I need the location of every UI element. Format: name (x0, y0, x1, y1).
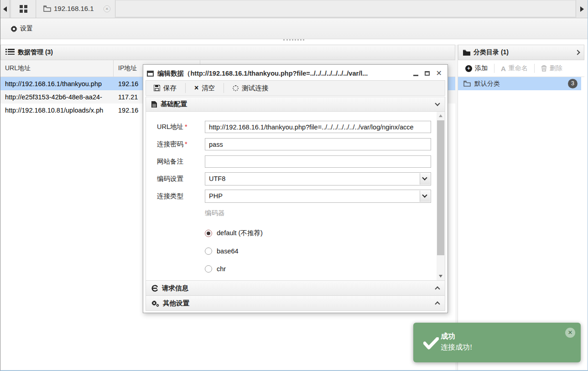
scroll-down-button[interactable] (437, 273, 445, 280)
category-item-default[interactable]: 默认分类 3 (458, 77, 581, 90)
data-manager-header: 数据管理 (3) (0, 45, 455, 60)
close-icon[interactable]: ✕ (436, 70, 442, 77)
save-label: 保存 (163, 84, 177, 93)
form-scrollbar[interactable] (437, 112, 445, 280)
select-arrow-button[interactable] (420, 173, 430, 185)
encoder-option-label: base64 (217, 247, 239, 255)
clear-button[interactable]: × 清空 (190, 82, 219, 94)
tab-bar: 192.168.16.1 ✕ (0, 0, 588, 18)
type-field-row: 连接类型 PHP (157, 190, 437, 202)
encoder-option-chr[interactable]: chr (205, 265, 437, 273)
toast-close-icon[interactable]: ✕ (565, 328, 575, 338)
encoding-select[interactable]: UTF8 (205, 172, 431, 186)
add-label: 添加 (475, 64, 488, 72)
collapse-right-icon[interactable] (575, 50, 580, 55)
required-mark: * (185, 140, 187, 148)
toolbar-separator (185, 83, 186, 93)
test-connection-label: 测试连接 (242, 84, 268, 93)
add-category-button[interactable]: + 添加 (463, 62, 490, 74)
category-panel: 分类目录 (1) + 添加 A 重命名 删除 默认分类 3 (458, 45, 584, 370)
success-toast: 成功 连接成功! ✕ (413, 323, 581, 362)
main-toolbar: 设置 (0, 18, 588, 39)
chevron-up-icon (435, 301, 440, 306)
tab-site[interactable]: 192.168.16.1 ✕ (36, 0, 115, 18)
toast-title: 成功 (441, 332, 455, 341)
required-mark: * (185, 123, 187, 130)
scrollbar-thumb[interactable] (437, 120, 444, 255)
toolbar-separator (494, 64, 494, 73)
list-icon (5, 49, 15, 56)
column-header-url[interactable]: URL地址 (0, 60, 114, 77)
settings-button[interactable]: 设置 (7, 23, 36, 35)
triangle-up-icon (439, 114, 442, 117)
save-button[interactable]: 保存 (150, 82, 181, 94)
folder-solid-icon (463, 50, 470, 56)
toolbar-separator (534, 64, 535, 73)
url-label: URL地址* (157, 123, 205, 131)
row-url: http://192.168.10.81/uploads/x.ph (0, 107, 114, 114)
scroll-up-button[interactable] (437, 112, 445, 119)
encoder-option-default[interactable]: default (不推荐) (205, 229, 437, 237)
section-other-label: 其他设置 (163, 299, 189, 308)
data-manager-title: 数据管理 (3) (18, 48, 53, 57)
window-titlebar[interactable]: 编辑数据（http://192.168.16.1/thankyou.php?fi… (146, 67, 445, 80)
basic-config-form: URL地址* 连接密码* 网站备注 编码设置 UTF8 连接类型 (146, 112, 445, 281)
tab-scroll-right-button[interactable] (576, 0, 588, 18)
note-field-row: 网站备注 (157, 155, 437, 168)
tab-close-icon[interactable]: ✕ (104, 5, 110, 12)
edit-data-window: 编辑数据（http://192.168.16.1/thankyou.php?fi… (143, 64, 448, 313)
note-label: 网站备注 (157, 157, 205, 166)
encoder-option-base64[interactable]: base64 (205, 247, 437, 255)
clear-x-icon: × (194, 84, 198, 92)
password-field-row: 连接密码* (157, 138, 437, 150)
check-icon (423, 337, 439, 350)
password-input[interactable] (205, 138, 431, 150)
window-toolbar: 保存 × 清空 测试连接 (146, 80, 445, 96)
trash-icon (541, 65, 547, 72)
section-request-label: 请求信息 (162, 284, 188, 293)
note-input[interactable] (205, 155, 431, 168)
url-field-row: URL地址* (157, 121, 437, 133)
row-url: http://e25f3153-42b6-48e8-aa24- (0, 93, 114, 101)
tab-home[interactable] (10, 0, 36, 18)
section-basic-config[interactable]: 基础配置 (146, 97, 445, 112)
type-select[interactable]: PHP (205, 190, 431, 203)
chevron-down-icon (422, 175, 427, 180)
section-other-settings[interactable]: 其他设置 (146, 296, 445, 311)
tab-site-label: 192.168.16.1 (54, 5, 94, 12)
tab-scroll-left-button[interactable] (0, 0, 10, 18)
window-icon (147, 71, 154, 77)
gear-icon (10, 26, 17, 32)
minimize-icon[interactable] (413, 75, 418, 76)
encoder-option-label: default (不推荐) (217, 229, 263, 237)
toolbar-separator (224, 83, 224, 93)
rename-category-button[interactable]: A 重命名 (498, 62, 531, 74)
arrow-right-icon (580, 6, 584, 12)
delete-category-button[interactable]: 删除 (538, 62, 565, 74)
layout-drag-handle[interactable] (283, 39, 304, 41)
category-title: 分类目录 (1) (474, 48, 509, 57)
tab-strip (116, 1, 575, 17)
document-icon (151, 101, 157, 108)
radio-icon (205, 265, 212, 273)
test-connection-button[interactable]: 测试连接 (229, 82, 272, 94)
section-basic-label: 基础配置 (161, 100, 187, 108)
rename-label: 重命名 (509, 64, 528, 72)
delete-label: 删除 (550, 64, 562, 72)
encoding-value: UTF8 (209, 175, 225, 182)
window-controls: ✕ (413, 70, 444, 77)
url-input[interactable] (205, 121, 431, 133)
maximize-icon[interactable] (425, 71, 430, 76)
rename-a-icon: A (501, 65, 506, 72)
grid-icon (20, 5, 27, 13)
settings-label: 设置 (20, 25, 33, 33)
type-label: 连接类型 (157, 192, 205, 201)
select-arrow-button[interactable] (420, 191, 430, 202)
folder-icon (43, 5, 51, 13)
antsword-app: { "tabbar": { "site_tab_label": "192.168… (0, 0, 588, 371)
encoding-field-row: 编码设置 UTF8 (157, 173, 437, 185)
section-request-info[interactable]: 请求信息 (146, 281, 445, 296)
category-item-label: 默认分类 (474, 80, 500, 88)
gears-icon (151, 300, 159, 307)
encoder-options: default (不推荐) base64 chr (157, 229, 437, 273)
